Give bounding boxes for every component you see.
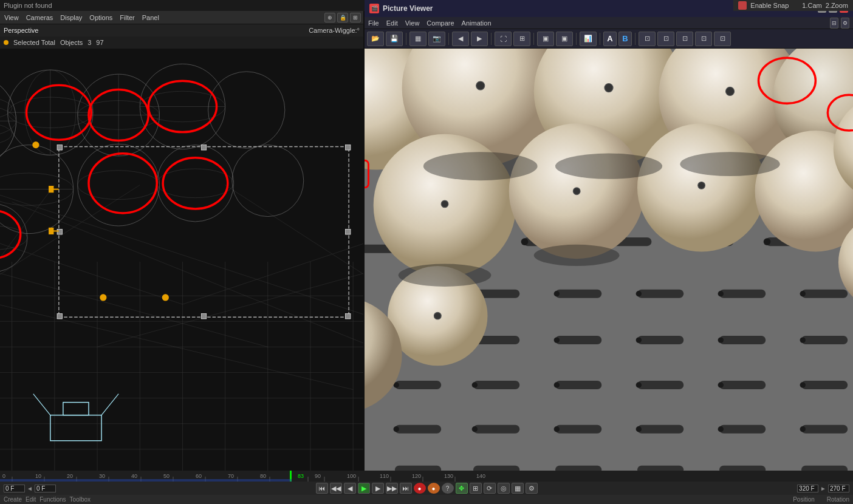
svg-text:50: 50 bbox=[163, 473, 170, 479]
pv-tool1-button[interactable]: ⊡ bbox=[639, 32, 656, 46]
svg-rect-159 bbox=[555, 381, 601, 389]
camera-1-label[interactable]: 1.Cam bbox=[802, 2, 821, 9]
end-frame-input-right[interactable] bbox=[797, 485, 818, 492]
motion-button[interactable]: ◎ bbox=[498, 483, 510, 494]
viewport-menu-options[interactable]: Options bbox=[87, 14, 114, 21]
viewport-canvas[interactable]: X Y bbox=[0, 49, 363, 492]
pv-grid-button[interactable]: ▦ bbox=[409, 32, 426, 46]
pv-render-button[interactable]: ▣ bbox=[537, 32, 554, 46]
svg-point-241 bbox=[725, 87, 734, 95]
pv-compare-button[interactable]: ⊞ bbox=[513, 32, 530, 46]
go-to-end-button[interactable]: ⏭ bbox=[400, 483, 412, 494]
pv-title: Picture Viewer bbox=[383, 4, 433, 13]
pv-histogram-button[interactable]: 📊 bbox=[580, 32, 597, 46]
pv-multi-render-button[interactable]: ▣ bbox=[556, 32, 573, 46]
auto-keyframe-button[interactable]: ? bbox=[442, 483, 454, 494]
svg-rect-154 bbox=[801, 336, 848, 344]
svg-text:130: 130 bbox=[444, 473, 453, 479]
pv-image-area[interactable] bbox=[365, 49, 853, 483]
camera-label: Camera-Wiggle:° bbox=[309, 27, 360, 34]
svg-rect-167 bbox=[555, 425, 601, 434]
svg-point-74 bbox=[32, 141, 39, 148]
svg-point-215 bbox=[472, 426, 478, 432]
edit-label[interactable]: Edit bbox=[26, 496, 36, 503]
position-label: Position bbox=[793, 496, 815, 503]
viewport-menu-cameras[interactable]: Cameras bbox=[24, 14, 55, 21]
pv-next-button[interactable]: ▶ bbox=[471, 32, 488, 46]
svg-rect-66 bbox=[201, 314, 206, 319]
viewport-menu-filter[interactable]: Filter bbox=[118, 14, 136, 21]
svg-point-204 bbox=[718, 337, 724, 342]
pv-camera-button[interactable]: 📷 bbox=[428, 32, 445, 46]
pv-tool2-button[interactable]: ⊡ bbox=[657, 32, 674, 46]
pv-fullscreen-button[interactable]: ⛶ bbox=[495, 32, 512, 46]
pv-dock-button[interactable]: ⊟ bbox=[830, 18, 838, 29]
pv-tool5-button[interactable]: ⊡ bbox=[714, 32, 731, 46]
move-tool-button[interactable]: ✥ bbox=[456, 483, 468, 494]
create-label[interactable]: Create bbox=[4, 496, 22, 503]
svg-rect-161 bbox=[719, 381, 766, 389]
timeline-ruler[interactable]: 0 10 20 30 40 50 60 70 80 83 90 100 bbox=[0, 471, 853, 482]
pv-channel-b-button[interactable]: B bbox=[618, 32, 632, 46]
next-frame-button[interactable]: ▶ bbox=[372, 483, 384, 494]
pv-settings-button[interactable]: ⚙ bbox=[841, 18, 849, 29]
play-button[interactable]: ▶ bbox=[358, 483, 370, 494]
pv-divider-2 bbox=[448, 33, 449, 45]
grid-button[interactable]: ▦ bbox=[512, 483, 524, 494]
functions-label[interactable]: Functions bbox=[39, 496, 66, 503]
pv-open-button[interactable]: 📂 bbox=[367, 32, 384, 46]
viewport-tool-lock[interactable]: 🔒 bbox=[337, 13, 348, 22]
pv-prev-button[interactable]: ◀ bbox=[452, 32, 469, 46]
svg-point-217 bbox=[636, 426, 642, 432]
end-frame-input[interactable] bbox=[828, 485, 849, 492]
svg-text:80: 80 bbox=[260, 473, 266, 479]
pv-menu-animation[interactable]: Animation bbox=[462, 19, 492, 27]
svg-point-244 bbox=[698, 182, 705, 189]
pv-tool3-button[interactable]: ⊡ bbox=[676, 32, 693, 46]
svg-text:0: 0 bbox=[2, 473, 5, 479]
svg-point-216 bbox=[554, 426, 560, 432]
pv-divider-4 bbox=[533, 33, 534, 45]
step-back-button[interactable]: ◀◀ bbox=[330, 483, 342, 494]
pv-channel-a-button[interactable]: A bbox=[603, 32, 617, 46]
go-to-start-button[interactable]: ⏮ bbox=[316, 483, 328, 494]
pv-menu-compare[interactable]: Compare bbox=[426, 19, 454, 27]
step-forward-button[interactable]: ▶▶ bbox=[386, 483, 398, 494]
svg-point-196 bbox=[636, 291, 642, 296]
snap-button[interactable]: ⊞ bbox=[470, 483, 482, 494]
pv-divider-7 bbox=[635, 33, 635, 45]
frame-sep-right: ► bbox=[820, 485, 826, 492]
record-button[interactable]: ● bbox=[414, 483, 426, 494]
playback-controls: ◄ ⏮ ◀◀ ◀ ▶ ▶ ▶▶ ⏭ ● ● ? ✥ ⊞ ⟳ ◎ ▦ ⚙ ► bbox=[0, 482, 853, 495]
stats-objects-key: Objects bbox=[60, 39, 83, 46]
svg-rect-71 bbox=[49, 228, 53, 234]
svg-point-243 bbox=[573, 188, 580, 195]
viewport-tool-move[interactable]: ⊕ bbox=[324, 13, 335, 22]
viewport-menu-display[interactable]: Display bbox=[58, 14, 84, 21]
svg-point-211 bbox=[718, 382, 724, 387]
stats-total-val: 97 bbox=[96, 39, 103, 46]
toolbox-label[interactable]: Toolbox bbox=[70, 496, 91, 503]
settings-button[interactable]: ⚙ bbox=[526, 483, 538, 494]
prev-frame-button[interactable]: ◀ bbox=[344, 483, 356, 494]
pv-menu-file[interactable]: File bbox=[368, 19, 379, 27]
pv-divider-6 bbox=[600, 33, 600, 45]
pv-menu-edit[interactable]: Edit bbox=[386, 19, 398, 27]
current-frame-input[interactable] bbox=[4, 485, 25, 492]
bottom-labels-row: Create Edit Functions Toolbox Position R… bbox=[0, 495, 853, 504]
snap-label[interactable]: Enable Snap bbox=[750, 2, 789, 9]
start-frame-input[interactable] bbox=[35, 485, 56, 492]
pv-icon: 🎬 bbox=[369, 4, 379, 13]
viewport-tool-maximize[interactable]: ⊞ bbox=[350, 13, 361, 22]
pv-tool4-button[interactable]: ⊡ bbox=[695, 32, 712, 46]
snap-bar: Enable Snap 1.Cam 2.Zoom bbox=[733, 0, 853, 11]
pv-menu-view[interactable]: View bbox=[405, 19, 420, 27]
record2-button[interactable]: ⟳ bbox=[484, 483, 496, 494]
picture-viewer-panel: 🎬 Picture Viewer – □ × File Edit View Co… bbox=[365, 0, 853, 504]
viewport-menu-view[interactable]: View bbox=[2, 14, 21, 21]
pv-save-button[interactable]: 💾 bbox=[386, 32, 403, 46]
motion-record-button[interactable]: ● bbox=[428, 483, 440, 494]
svg-point-212 bbox=[800, 382, 806, 387]
viewport-menu-panel[interactable]: Panel bbox=[140, 14, 161, 21]
camera-2-label[interactable]: 2.Zoom bbox=[826, 2, 848, 9]
